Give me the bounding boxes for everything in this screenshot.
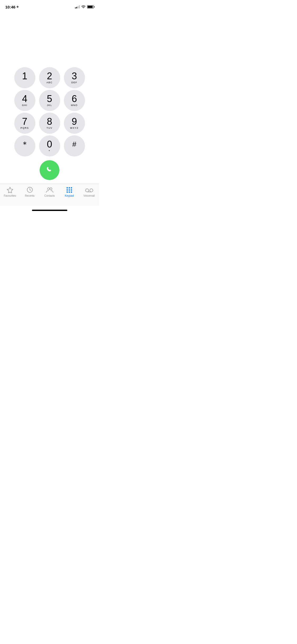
dial-btn-1[interactable]: 1 [14, 67, 35, 88]
phone-icon [45, 166, 54, 175]
keypad-icon [67, 186, 72, 194]
dial-btn-star[interactable]: ＊ [14, 135, 35, 157]
main-content: 1 2 ABC 3 DEF 4 GHI 5 JKL 6 [0, 12, 99, 184]
dial-btn-5[interactable]: 5 JKL [39, 90, 60, 111]
dial-btn-2[interactable]: 2 ABC [39, 67, 60, 88]
dialpad-row-4: ＊ 0 + # [5, 135, 94, 157]
signal-icon [75, 5, 80, 8]
tab-keypad[interactable]: Keypad [59, 186, 79, 197]
dialpad-row-2: 4 GHI 5 JKL 6 MNO [5, 90, 94, 111]
wifi-icon [81, 5, 86, 9]
tab-contacts[interactable]: Contacts [40, 186, 59, 197]
home-bar [32, 210, 67, 211]
tab-recents-label: Recents [25, 194, 35, 197]
dial-btn-3[interactable]: 3 DEF [64, 67, 85, 88]
home-indicator [0, 206, 99, 215]
dial-btn-0[interactable]: 0 + [39, 135, 60, 157]
dial-btn-hash[interactable]: # [64, 135, 85, 157]
battery-icon [87, 5, 94, 8]
voicemail-icon [85, 186, 93, 194]
tab-voicemail-label: Voicemail [83, 194, 95, 197]
dial-btn-8[interactable]: 8 TUV [39, 113, 60, 134]
svg-point-0 [83, 8, 84, 8]
tab-favourites-label: Favourites [4, 194, 16, 197]
clock-icon [27, 186, 33, 194]
dialpad: 1 2 ABC 3 DEF 4 GHI 5 JKL 6 [0, 67, 99, 157]
svg-point-4 [86, 189, 89, 192]
svg-point-3 [50, 188, 52, 190]
tab-contacts-label: Contacts [44, 194, 55, 197]
svg-point-5 [90, 189, 93, 192]
dial-btn-6[interactable]: 6 MNO [64, 90, 85, 111]
dialpad-row-1: 1 2 ABC 3 DEF [5, 67, 94, 88]
tab-recents[interactable]: Recents [20, 186, 40, 197]
tab-bar: Favourites Recents Contacts [0, 184, 99, 206]
dial-btn-4[interactable]: 4 GHI [14, 90, 35, 111]
svg-point-2 [48, 188, 50, 190]
tab-keypad-label: Keypad [65, 194, 74, 197]
call-btn-container [0, 160, 99, 180]
dial-btn-9[interactable]: 9 WXYZ [64, 113, 85, 134]
location-icon: ✈ [16, 5, 19, 9]
dial-btn-7[interactable]: 7 PQRS [14, 113, 35, 134]
dialpad-row-3: 7 PQRS 8 TUV 9 WXYZ [5, 113, 94, 134]
star-icon [7, 186, 13, 194]
status-bar: 10:46 ✈ [0, 0, 99, 12]
dial-display [0, 46, 99, 67]
status-icons [75, 5, 94, 9]
status-time: 10:46 ✈ [5, 5, 19, 9]
call-button[interactable] [40, 160, 59, 180]
contacts-icon [46, 186, 53, 194]
tab-voicemail[interactable]: Voicemail [79, 186, 99, 197]
tab-favourites[interactable]: Favourites [0, 186, 20, 197]
